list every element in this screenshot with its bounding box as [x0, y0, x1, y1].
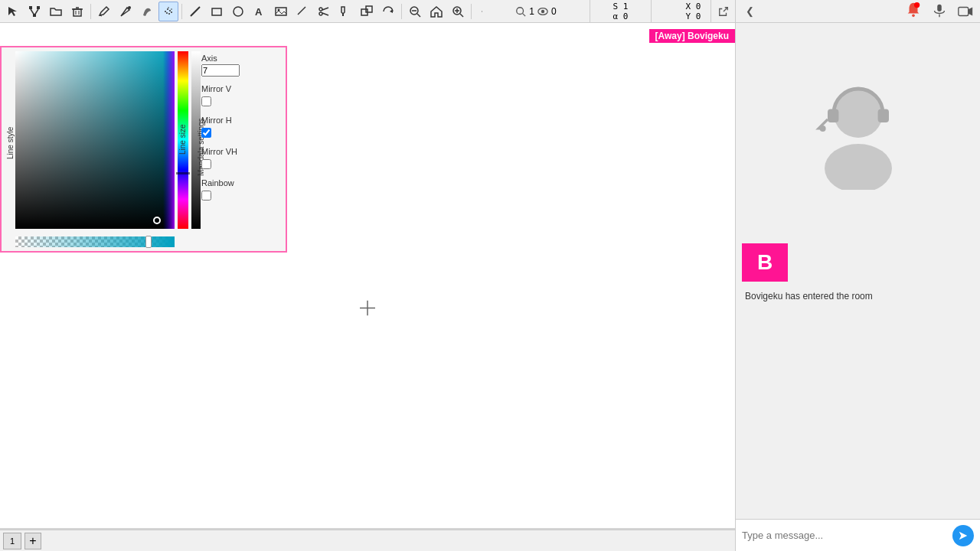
svg-rect-61: [877, 109, 888, 122]
clone-tool[interactable]: [357, 2, 377, 21]
paint-tool[interactable]: [335, 2, 355, 21]
zoom-out-tool[interactable]: [405, 2, 425, 21]
y-coord: Y 0: [686, 11, 701, 21]
mirror-h-label: Mirror H: [201, 116, 280, 125]
mirror-vh-label: Mirror VH: [201, 147, 280, 156]
mirror-v-checkbox[interactable]: [201, 96, 211, 106]
bottom-bar: 1 +: [0, 530, 735, 551]
svg-rect-56: [959, 7, 969, 15]
mirror-h-checkbox[interactable]: [201, 128, 211, 138]
svg-line-26: [298, 13, 299, 15]
pencil-tool[interactable]: [94, 2, 114, 21]
svg-line-27: [300, 11, 302, 12]
mirror-h-setting: Mirror H: [201, 116, 280, 139]
chat-send-button[interactable]: [952, 525, 974, 546]
rect-tool[interactable]: [207, 2, 227, 21]
svg-point-62: [819, 126, 825, 132]
notification-icon[interactable]: [905, 2, 922, 18]
svg-point-15: [166, 12, 168, 14]
svg-point-12: [165, 11, 166, 12]
svg-text:A: A: [255, 6, 263, 18]
chat-input[interactable]: [742, 530, 946, 541]
svg-rect-0: [29, 6, 32, 9]
svg-point-14: [169, 10, 171, 11]
away-badge: [Away] Bovigeku: [649, 29, 735, 43]
page-tab[interactable]: 1: [3, 533, 21, 549]
svg-marker-57: [969, 7, 973, 15]
zoom-in-tool[interactable]: [448, 2, 468, 21]
rainbow-checkbox[interactable]: [201, 191, 211, 201]
axis-setting: Axis: [201, 54, 280, 77]
axis-input[interactable]: [201, 64, 240, 77]
svg-line-3: [31, 9, 34, 15]
node-tool[interactable]: [24, 2, 44, 21]
status-message: Bovigeku has entered the room: [745, 291, 873, 302]
canvas-crosshair: [360, 301, 375, 320]
pen-tool[interactable]: [116, 2, 136, 21]
axis-label: Axis: [201, 54, 280, 63]
extern-link-icon: [718, 6, 729, 17]
select-tool[interactable]: [3, 2, 23, 21]
svg-point-52: [912, 15, 915, 18]
microphone-icon[interactable]: [931, 3, 948, 20]
mirror-vh-checkbox[interactable]: [201, 159, 211, 169]
circle-tool[interactable]: [228, 2, 248, 21]
svg-rect-60: [828, 109, 838, 122]
image-tool[interactable]: [271, 2, 291, 21]
svg-point-45: [517, 7, 524, 14]
svg-line-30: [322, 8, 328, 10]
chat-input-area: [736, 519, 980, 551]
chat-collapse-btn[interactable]: ❮: [742, 2, 757, 21]
svg-marker-63: [959, 531, 968, 540]
avatar-icon: [797, 67, 920, 190]
scale-display: S 1 α 0: [590, 0, 651, 23]
opacity-bar[interactable]: [15, 236, 175, 247]
mirror-v-label: Mirror V: [201, 84, 280, 93]
zoom-glass-icon: [515, 6, 526, 17]
calligraph-tool[interactable]: [137, 2, 157, 21]
chat-spacer: [736, 308, 980, 519]
svg-point-28: [319, 8, 322, 11]
mandala-settings-panel: Axis Mirror V Mirror H Mirror VH Rainbow: [197, 47, 285, 246]
video-icon[interactable]: [957, 3, 974, 20]
chat-panel: ❮: [735, 0, 980, 551]
svg-rect-24: [276, 8, 286, 15]
scissors-tool[interactable]: [314, 2, 334, 21]
eye-value: 0: [551, 6, 557, 17]
separator-2: [181, 4, 182, 19]
mirror-vh-setting: Mirror VH: [201, 147, 280, 171]
chat-avatar-area: [736, 23, 980, 234]
zoom-value: 1: [529, 6, 534, 17]
user-badge-area: B: [736, 234, 980, 285]
svg-point-22: [234, 7, 243, 16]
home-tool[interactable]: [426, 2, 446, 21]
eye-icon: [537, 6, 548, 17]
add-page-button[interactable]: +: [24, 533, 41, 549]
separator-3: [401, 4, 402, 19]
main-canvas[interactable]: Line style Line size Mandala settings: [0, 23, 735, 528]
chat-messages: Bovigeku has entered the room: [736, 285, 980, 308]
spray-tool[interactable]: [158, 2, 178, 21]
measure-tool[interactable]: [292, 2, 312, 21]
svg-point-11: [128, 6, 131, 9]
folder-tool[interactable]: [46, 2, 66, 21]
svg-line-49: [724, 7, 727, 11]
svg-rect-21: [212, 8, 221, 15]
svg-line-4: [34, 9, 38, 15]
refresh-tool[interactable]: [378, 2, 398, 21]
scale-value: S 1: [613, 2, 629, 11]
color-gradient-canvas[interactable]: [15, 51, 175, 229]
svg-point-16: [168, 13, 170, 15]
line-size-label: Line size: [178, 51, 187, 227]
rainbow-label: Rainbow: [201, 178, 280, 187]
svg-point-13: [167, 8, 168, 10]
svg-rect-54: [937, 4, 942, 11]
svg-rect-5: [74, 9, 81, 16]
line-style-label: Line style: [5, 51, 15, 235]
line-tool[interactable]: [185, 2, 205, 21]
delete-tool[interactable]: [67, 2, 87, 21]
text-tool[interactable]: A: [250, 2, 270, 21]
zoom-controls: 1 0: [482, 0, 590, 23]
color-gradient-container[interactable]: [15, 51, 175, 229]
svg-point-53: [914, 2, 920, 8]
